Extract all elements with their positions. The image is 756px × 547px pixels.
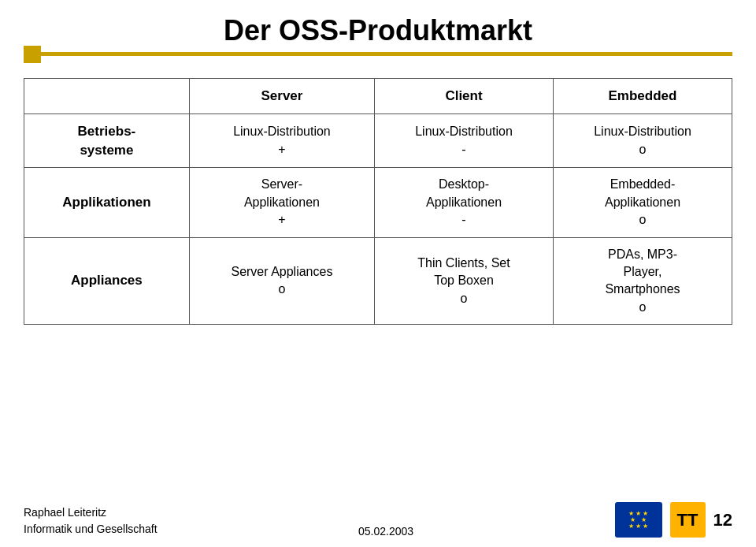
page-header: Der OSS-Produktmarkt	[0, 0, 756, 62]
table-row: Betriebs-systeme Linux-Distribution+ Lin…	[24, 113, 732, 168]
cell-applikationen-server: Server-Applikationen+	[189, 168, 374, 237]
table-row: Applikationen Server-Applikationen+ Desk…	[24, 168, 732, 237]
header-square	[24, 46, 41, 63]
row-header-applikationen: Applikationen	[24, 168, 190, 237]
oss-market-table: Server Client Embedded Betriebs-systeme …	[24, 78, 732, 325]
cell-appliances-server: Server Applianceso	[189, 237, 374, 325]
col-header-server: Server	[189, 79, 374, 114]
logo-shape: TT	[670, 502, 706, 538]
col-header-client: Client	[375, 79, 554, 114]
cell-applikationen-client: Desktop-Applikationen-	[375, 168, 554, 237]
cell-betriebssysteme-server: Linux-Distribution+	[189, 113, 374, 168]
table-row: Appliances Server Applianceso Thin Clien…	[24, 237, 732, 325]
col-header-empty	[24, 79, 190, 114]
page-number: 12	[713, 510, 732, 530]
footer-right: ★ ★ ★★ ★★ ★ ★ TT 12	[615, 502, 732, 538]
header-line	[24, 52, 732, 56]
main-table-container: Server Client Embedded Betriebs-systeme …	[24, 78, 732, 325]
row-header-appliances: Appliances	[24, 237, 190, 325]
cell-appliances-client: Thin Clients, SetTop Boxeno	[375, 237, 554, 325]
cell-appliances-embedded: PDAs, MP3-Player,Smartphoneso	[553, 237, 732, 325]
author-affiliation: Informatik und Gesellschaft	[24, 521, 158, 538]
footer-author: Raphael Leiteritz Informatik und Gesells…	[24, 504, 158, 538]
row-header-betriebssysteme: Betriebs-systeme	[24, 113, 190, 168]
col-header-embedded: Embedded	[553, 79, 732, 114]
cell-applikationen-embedded: Embedded-Applikationeno	[553, 168, 732, 237]
cell-betriebssysteme-embedded: Linux-Distributiono	[553, 113, 732, 168]
eu-logo: ★ ★ ★★ ★★ ★ ★	[615, 502, 662, 538]
page-title: Der OSS-Produktmarkt	[0, 14, 756, 47]
page-footer: Raphael Leiteritz Informatik und Gesells…	[0, 502, 756, 538]
author-name: Raphael Leiteritz	[24, 504, 158, 521]
eu-stars: ★ ★ ★★ ★★ ★ ★	[628, 511, 648, 530]
cell-betriebssysteme-client: Linux-Distribution-	[375, 113, 554, 168]
table-header-row: Server Client Embedded	[24, 79, 732, 114]
footer-date: 05.02.2003	[358, 525, 413, 538]
